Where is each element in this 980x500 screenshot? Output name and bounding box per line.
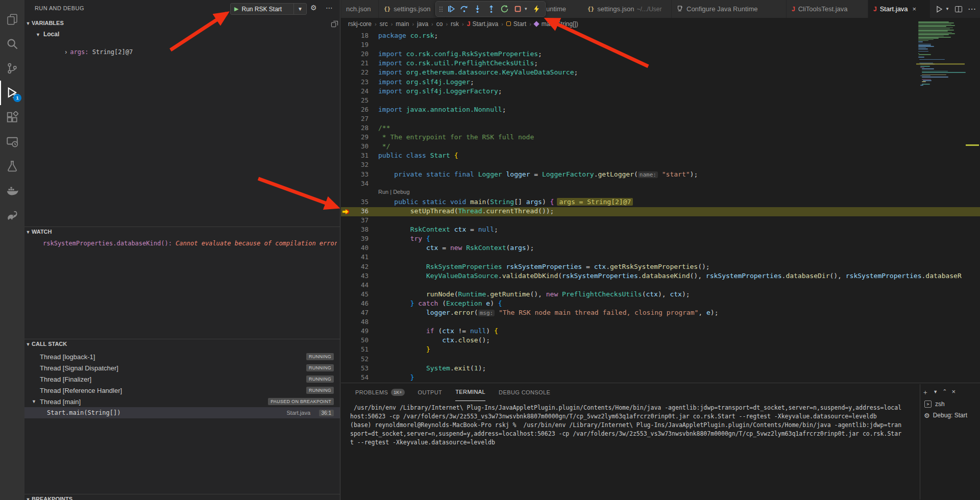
code-line[interactable]: 41 [341,253,980,262]
watch-section-header[interactable]: ▼WATCH [24,229,340,238]
breadcrumb-item[interactable]: java [417,20,428,28]
step-into-button[interactable] [472,4,483,15]
panel-tab-problems[interactable]: PROBLEMS1K+ [355,384,405,401]
breadcrumb-symbol[interactable]: Start [506,20,526,28]
call-stack-thread[interactable]: Thread [Reference Handler]RUNNING [24,385,340,396]
restart-button[interactable] [499,4,510,15]
run-options-chevron-icon[interactable]: ▼ [945,7,949,11]
breadcrumb-item[interactable]: rskj-core [348,20,372,28]
code-line[interactable]: 39 try { [341,235,980,244]
breakpoint-paused-icon[interactable] [342,208,350,215]
variables-section-header[interactable]: ▼VARIABLES [24,20,340,29]
more-actions-icon[interactable]: ⋯ [326,4,333,12]
step-over-button[interactable] [459,4,470,15]
call-stack-thread[interactable]: Thread [Finalizer]RUNNING [24,373,340,385]
hot-code-replace-button[interactable] [531,4,542,15]
call-stack-thread[interactable]: Thread [Signal Dispatcher]RUNNING [24,362,340,373]
split-editor-icon[interactable] [331,20,338,30]
breadcrumb-file[interactable]: JStart.java [467,20,498,28]
code-line[interactable]: 40 ctx = new RskContext(args); [341,244,980,253]
breadcrumb-item[interactable]: src [380,20,388,28]
code-line[interactable]: 33 private static final Logger logger = … [341,170,980,180]
code-line[interactable]: 29 * The entrypoint for the RSK full nod… [341,133,980,142]
activity-gradle-icon[interactable] [0,203,24,228]
panel-tab-debug-console[interactable]: DEBUG CONSOLE [499,384,550,401]
codelens-run-debug[interactable]: Run | Debug [378,189,410,195]
drag-handle-icon[interactable] [439,5,443,13]
more-actions-icon[interactable]: ⋯ [968,4,976,14]
activity-remote-explorer-icon[interactable] [0,130,24,154]
session-debug-start[interactable]: ⚙Debug: Start [920,410,980,421]
call-stack-thread[interactable]: Thread [logback-1]RUNNING [24,351,340,362]
breakpoints-section-header[interactable]: ▼BREAKPOINTS [24,496,340,500]
code-line[interactable]: 54 } [341,373,980,383]
code-line[interactable]: 50 ctx.close(); [341,336,980,345]
step-out-button[interactable] [486,4,497,15]
terminal-output[interactable]: /usr/bin/env /Library/Internet\ Plug-Ins… [350,404,914,447]
code-line[interactable]: 53 System.exit(1); [341,364,980,373]
variable-args[interactable]: ›args: String[2]@7 [43,41,133,63]
code-line[interactable]: 27 [341,115,980,124]
close-icon[interactable]: × [913,5,917,13]
activity-testing-icon[interactable] [0,154,24,179]
gear-icon[interactable]: ⚙ [310,4,317,12]
code-line[interactable]: 31public class Start { [341,152,980,161]
session-zsh[interactable]: >zsh [920,398,980,410]
variables-scope-local[interactable]: ▼Local [36,31,59,38]
code-line[interactable]: 32 [341,161,980,170]
code-line[interactable]: 44 [341,281,980,290]
code-line[interactable]: 35 public static void main(String[] args… [341,198,980,207]
code-line[interactable]: 25 [341,96,980,106]
code-line[interactable]: 37 [341,216,980,226]
code-line[interactable]: 43 KeyValueDataSource.validateDbKind(rsk… [341,272,980,281]
tab-configure-java-runtime[interactable]: Configure Java Runtime [672,0,787,18]
activity-run-and-debug-icon[interactable]: 1 [0,81,24,105]
breadcrumb-item[interactable]: main [396,20,409,28]
tab-start-java[interactable]: JStart.java× [868,0,930,18]
code-line[interactable]: 24import org.slf4j.LoggerFactory; [341,87,980,96]
tab-settings-json[interactable]: {}settings.json~/.../User [582,0,672,18]
code-line[interactable]: 51 } [341,345,980,355]
activity-search-icon[interactable] [0,32,24,56]
code-line[interactable]: 26import javax.annotation.Nonnull; [341,106,980,115]
code-line[interactable]: 34 [341,180,980,189]
run-java-button[interactable] [935,5,943,13]
code-line[interactable]: 45 runNode(Runtime.getRuntime(), new Pre… [341,290,980,299]
code-line[interactable]: 19 [341,41,980,50]
code-line[interactable]: 30 */ [341,142,980,152]
breadcrumb-item[interactable]: co [436,20,443,28]
continue-button[interactable] [446,4,456,15]
panel-tab-output[interactable]: OUTPUT [418,384,443,401]
code-line[interactable]: 23import org.slf4j.Logger; [341,78,980,87]
code-line[interactable]: 22import org.ethereum.datasource.KeyValu… [341,68,980,78]
code-line[interactable]: 42 RskSystemProperties rskSystemProperti… [341,263,980,272]
chevron-down-icon[interactable]: ▼ [293,4,306,14]
code-editor[interactable]: 18package co.rsk;1920import co.rsk.confi… [341,30,980,383]
activity-extensions-icon[interactable] [0,105,24,130]
code-line[interactable]: 49 if (ctx != null) { [341,327,980,336]
code-line[interactable]: 47 logger.error(msg: "The RSK node main … [341,309,980,318]
activity-docker-icon[interactable] [0,179,24,203]
split-editor-button[interactable] [954,5,963,13]
code-line[interactable]: 18package co.rsk; [341,32,980,41]
code-line[interactable]: 38 RskContext ctx = null; [341,226,980,235]
minimap[interactable] [916,19,965,346]
code-line[interactable]: 20import co.rsk.config.RskSystemProperti… [341,50,980,59]
code-line[interactable]: 36 setUpThread(Thread.currentThread()); [341,207,980,216]
code-line[interactable]: 28/** [341,124,980,133]
code-line[interactable]: 48 [341,318,980,327]
call-stack-section-header[interactable]: ▼CALL STACK [24,341,340,350]
breadcrumb-item[interactable]: rsk [451,20,459,28]
call-stack-thread[interactable]: ▼Thread [main]PAUSED ON BREAKPOINT [24,396,340,407]
breadcrumb-member[interactable]: main(String[]) [534,20,578,28]
code-line[interactable]: 52 [341,355,980,364]
editor-scrollbar[interactable] [965,18,980,383]
activity-explorer-icon[interactable] [0,7,24,32]
code-line[interactable]: 21import co.rsk.util.PreflightChecksUtil… [341,59,980,68]
code-line[interactable]: 46 } catch (Exception e) { [341,299,980,309]
stack-frame-start-main[interactable]: Start.main(String[]) Start.java 36:1 [24,407,340,418]
tab-fragment[interactable]: untime [546,0,576,18]
panel-tab-terminal[interactable]: TERMINAL [455,384,485,401]
tab-nch-json[interactable]: nch.json [341,0,379,18]
activity-source-control-icon[interactable] [0,56,24,81]
